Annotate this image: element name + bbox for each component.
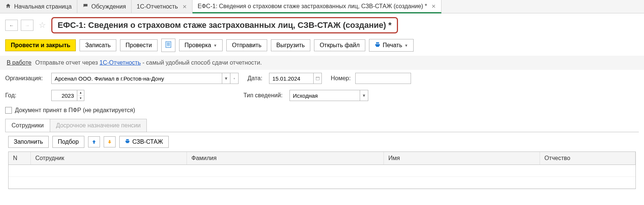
col-header-surname[interactable]: Фамилия: [187, 152, 384, 165]
fill-button[interactable]: Заполнить: [8, 136, 49, 148]
spinner-up-icon[interactable]: ▲: [77, 90, 84, 96]
tab-1c-reporting[interactable]: 1С-Отчетность ✕: [132, 0, 192, 13]
send-button[interactable]: Отправить: [226, 39, 267, 51]
print-icon: [375, 42, 381, 49]
open-file-button[interactable]: Открыть файл: [314, 39, 365, 51]
tab-label: 1С-Отчетность: [137, 3, 178, 10]
year-field[interactable]: [51, 90, 77, 101]
nav-forward-button[interactable]: →: [21, 20, 33, 31]
open-choice-icon[interactable]: ▫: [230, 73, 239, 84]
save-button[interactable]: Записать: [80, 39, 116, 51]
svg-rect-4: [316, 77, 319, 80]
nav-back-button[interactable]: ←: [5, 20, 18, 31]
reporting-link[interactable]: 1С-Отчетность: [100, 59, 141, 66]
org-input-combo: ▼ ▫: [51, 73, 239, 84]
page-title: ЕФС-1: Сведения о страховом стаже застра…: [58, 20, 392, 30]
document-list-button[interactable]: [161, 39, 175, 52]
discuss-icon: [82, 3, 88, 10]
subtabs: Сотрудники Досрочное назначение пенсии: [0, 117, 644, 132]
print-icon: [125, 139, 130, 145]
post-button[interactable]: Провести: [120, 39, 158, 51]
type-label: Тип сведений:: [243, 92, 286, 99]
accepted-checkbox[interactable]: [5, 107, 12, 114]
checkbox-label: Документ принят в ПФР (не редактируется): [15, 107, 135, 114]
chevron-down-icon[interactable]: ▼: [360, 90, 368, 101]
col-header-n[interactable]: N: [9, 152, 31, 165]
employees-grid: N Сотрудник Фамилия Имя Отчество: [8, 152, 636, 189]
app-tabs-bar: Начальная страница Обсуждения 1С-Отчетно…: [0, 0, 644, 13]
export-button[interactable]: Выгрузить: [271, 39, 311, 51]
print-label: Печать: [383, 42, 402, 49]
tab-label: ЕФС-1: Сведения о страховом стаже застра…: [198, 3, 427, 10]
spinner-down-icon[interactable]: ▼: [77, 96, 84, 101]
main-toolbar: Провести и закрыть Записать Провести Про…: [0, 37, 644, 56]
tab-label: Обсуждения: [91, 3, 126, 10]
type-input-combo: ▼: [289, 90, 368, 101]
year-label: Год:: [5, 92, 48, 99]
date-input-combo: [269, 73, 322, 84]
szv-stazh-label: СЗВ-СТАЖ: [132, 139, 163, 145]
check-dropdown-button[interactable]: Проверка ▼: [179, 39, 223, 51]
info-text: Отправьте отчет через 1С-Отчетность - са…: [35, 59, 262, 66]
form-row-org-date-number: Организация: ▼ ▫ Дата: Номер:: [0, 70, 644, 87]
post-and-close-button[interactable]: Провести и закрыть: [5, 39, 76, 51]
pick-button[interactable]: Подбор: [52, 136, 84, 148]
subtab-early-pension[interactable]: Досрочное назначение пенсии: [50, 119, 147, 132]
home-icon: [5, 3, 11, 10]
list-icon: [165, 41, 171, 49]
tab-home[interactable]: Начальная страница: [0, 0, 77, 13]
col-header-name[interactable]: Имя: [384, 152, 540, 165]
date-field[interactable]: [269, 73, 314, 84]
move-up-button[interactable]: [88, 136, 100, 147]
checkbox-row: Документ принят в ПФР (не редактируется): [0, 104, 644, 117]
chevron-down-icon[interactable]: ▼: [222, 73, 230, 84]
status-info-bar: В работе Отправьте отчет через 1С-Отчетн…: [0, 56, 644, 70]
form-row-year-type: Год: ▲ ▼ Тип сведений: ▼: [0, 87, 644, 104]
year-spinner: ▲ ▼: [77, 90, 84, 101]
subtab-employees[interactable]: Сотрудники: [5, 119, 50, 132]
type-field[interactable]: [289, 90, 360, 101]
tab-efs1-document[interactable]: ЕФС-1: Сведения о страховом стаже застра…: [192, 0, 442, 13]
chevron-down-icon: ▼: [213, 43, 217, 48]
close-icon[interactable]: ✕: [431, 3, 436, 9]
check-label: Проверка: [185, 42, 211, 49]
employees-toolbar: Заполнить Подбор СЗВ-СТАЖ: [0, 132, 644, 152]
szv-stazh-button[interactable]: СЗВ-СТАЖ: [119, 136, 169, 148]
form-header: ← → ☆ ЕФС-1: Сведения о страховом стаже …: [0, 13, 644, 37]
status-link[interactable]: В работе: [7, 59, 32, 66]
grid-header: N Сотрудник Фамилия Имя Отчество: [9, 152, 635, 165]
favorite-star-icon[interactable]: ☆: [39, 20, 46, 30]
number-field[interactable]: [355, 73, 411, 84]
col-header-patronymic[interactable]: Отчество: [540, 152, 635, 165]
org-field[interactable]: [51, 73, 222, 84]
svg-rect-0: [166, 42, 171, 48]
table-row[interactable]: [9, 165, 635, 177]
col-header-employee[interactable]: Сотрудник: [31, 152, 187, 165]
page-title-highlight: ЕФС-1: Сведения о страховом стаже застра…: [51, 17, 398, 33]
chevron-down-icon: ▼: [404, 43, 408, 48]
tab-discussions[interactable]: Обсуждения: [77, 0, 132, 13]
tab-label: Начальная страница: [14, 3, 72, 10]
year-input-combo: ▲ ▼: [51, 90, 84, 101]
move-down-button[interactable]: [104, 136, 116, 147]
close-icon[interactable]: ✕: [182, 4, 187, 10]
print-dropdown-button[interactable]: Печать ▼: [369, 39, 414, 52]
number-label: Номер:: [331, 75, 352, 82]
table-row[interactable]: [9, 177, 635, 189]
calendar-icon[interactable]: [314, 73, 322, 84]
date-label: Дата:: [247, 75, 265, 82]
org-label: Организация:: [5, 75, 48, 82]
